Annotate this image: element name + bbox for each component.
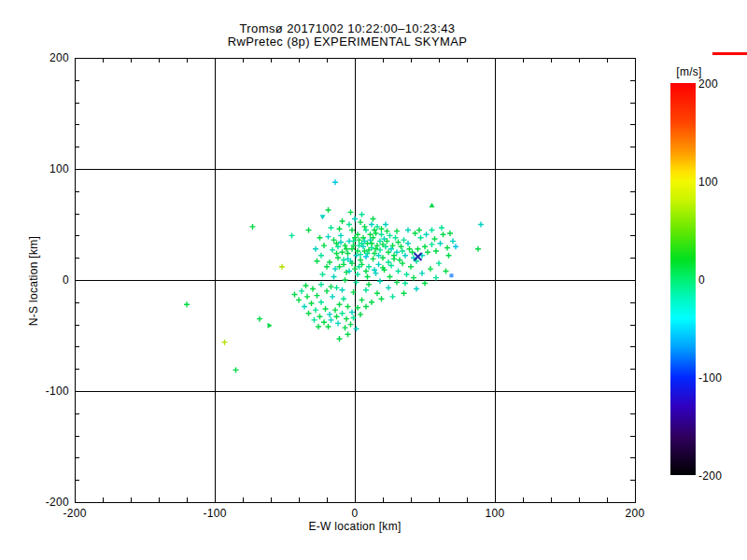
colorbar-tick-label: -100 xyxy=(698,371,740,385)
data-point xyxy=(402,253,408,259)
data-point xyxy=(396,240,402,245)
data-point xyxy=(346,238,352,244)
red-scale-marker xyxy=(712,52,747,55)
data-point xyxy=(332,179,338,185)
data-point xyxy=(306,227,312,232)
data-point xyxy=(394,249,400,255)
data-point xyxy=(329,225,334,231)
data-point xyxy=(324,288,330,294)
data-point xyxy=(433,275,439,281)
data-point xyxy=(358,252,363,258)
data-point xyxy=(303,283,309,288)
data-point xyxy=(369,222,374,228)
data-point xyxy=(366,282,372,287)
data-point xyxy=(386,249,391,255)
data-point xyxy=(453,244,458,249)
data-point xyxy=(441,231,446,237)
data-point xyxy=(346,268,352,273)
data-point xyxy=(316,324,321,329)
data-point xyxy=(359,212,365,217)
data-point xyxy=(330,294,335,300)
data-point xyxy=(450,238,456,244)
data-point xyxy=(385,229,390,234)
data-point xyxy=(404,272,410,277)
data-point xyxy=(315,293,320,299)
data-point xyxy=(371,217,376,222)
data-point xyxy=(379,231,385,237)
data-point xyxy=(447,231,453,236)
data-point xyxy=(436,260,442,266)
data-point xyxy=(343,277,348,283)
data-point xyxy=(405,227,411,232)
data-point xyxy=(317,314,323,319)
data-point xyxy=(388,263,394,269)
data-point xyxy=(279,264,285,270)
x-tick-label: 100 xyxy=(467,507,523,520)
data-point xyxy=(327,259,332,265)
data-point xyxy=(374,290,380,296)
data-point xyxy=(337,226,343,231)
data-point xyxy=(326,207,331,213)
colorbar-tick-label: 100 xyxy=(698,175,740,189)
data-point xyxy=(349,310,355,315)
data-point xyxy=(335,320,341,326)
gridlines xyxy=(75,58,635,502)
data-point xyxy=(416,227,422,232)
data-point xyxy=(359,297,365,302)
data-point xyxy=(317,235,323,241)
data-point xyxy=(358,312,363,317)
data-point xyxy=(340,218,345,224)
data-point xyxy=(338,240,344,245)
data-point xyxy=(337,336,343,342)
data-point xyxy=(425,249,430,255)
data-point xyxy=(304,294,310,300)
data-point xyxy=(391,253,397,259)
data-point xyxy=(323,306,329,312)
data-point xyxy=(318,282,324,287)
data-point xyxy=(313,246,318,252)
data-point xyxy=(318,300,324,305)
data-point xyxy=(312,317,317,323)
colorbar-unit-label: [m/s] xyxy=(667,65,712,78)
data-point xyxy=(326,234,331,240)
data-point xyxy=(331,237,337,243)
data-point xyxy=(309,301,315,306)
skymap-plot xyxy=(0,0,747,560)
data-point xyxy=(329,317,334,323)
data-point xyxy=(326,324,331,329)
data-point xyxy=(386,259,391,265)
data-point xyxy=(352,217,358,222)
data-point xyxy=(321,243,327,248)
data-point xyxy=(366,264,372,270)
data-point xyxy=(411,275,416,281)
data-point-x-marker xyxy=(415,253,422,260)
data-point xyxy=(450,273,454,277)
data-point xyxy=(444,268,449,273)
data-point xyxy=(340,311,345,316)
data-point xyxy=(414,287,419,292)
data-point xyxy=(346,222,352,228)
data-point xyxy=(416,246,421,252)
y-axis-title: N-S location [km] xyxy=(27,59,40,503)
data-point xyxy=(383,222,388,228)
data-point xyxy=(327,312,332,317)
data-point xyxy=(402,290,407,296)
data-point xyxy=(363,287,369,293)
data-point xyxy=(292,291,298,297)
data-point xyxy=(320,272,326,277)
data-point xyxy=(289,232,295,238)
data-point xyxy=(400,260,405,266)
data-point xyxy=(358,219,363,225)
data-point xyxy=(371,256,376,261)
skymap-screen: Tromsø 20171002 10:22:00–10:23:43 RwPret… xyxy=(0,0,747,560)
data-point xyxy=(424,231,430,237)
data-point xyxy=(365,273,371,279)
data-point xyxy=(413,231,418,236)
data-point xyxy=(432,236,438,242)
data-point xyxy=(379,296,385,301)
data-point xyxy=(419,271,425,276)
x-axis-title: E-W location [km] xyxy=(75,520,635,533)
data-point xyxy=(233,367,239,372)
x-tick-label: -200 xyxy=(47,507,103,520)
data-point xyxy=(348,322,354,328)
